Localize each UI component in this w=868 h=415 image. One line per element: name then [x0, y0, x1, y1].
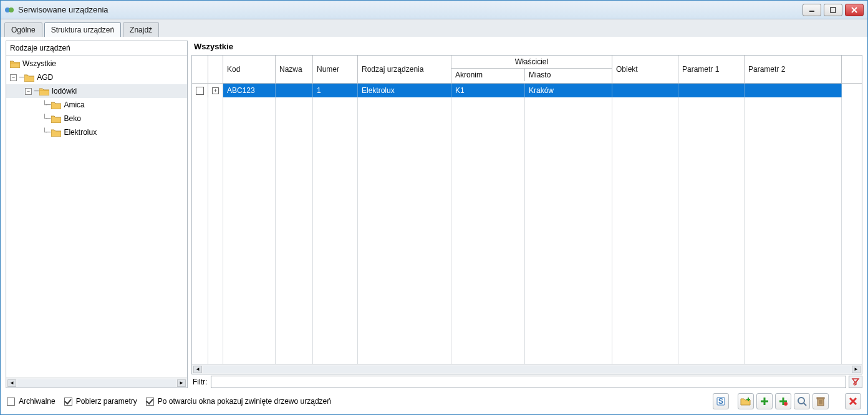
close-button[interactable] — [845, 4, 864, 16]
plus-red-icon — [778, 396, 788, 406]
action-button-group-center — [738, 393, 829, 409]
action-button-group-right — [845, 393, 861, 409]
checkbox-checked-icon — [64, 398, 72, 406]
tree-node-elektrolux[interactable]: └─ Elektrolux — [6, 125, 187, 139]
cell-par2 — [745, 84, 842, 97]
svg-line-17 — [804, 403, 806, 406]
filter-input[interactable] — [211, 376, 846, 388]
archive-checkbox[interactable]: Archiwalne — [7, 397, 55, 406]
tree-node-amica[interactable]: └─ Amica — [6, 98, 187, 112]
folder-icon — [51, 115, 61, 123]
grid-body[interactable]: + ABC123 1 Elektrolux K1 Kraków — [192, 84, 862, 364]
app-window: Serwisowane urządzenia Ogólne Struktura … — [0, 0, 868, 415]
scroll-right-icon[interactable]: ► — [852, 366, 861, 373]
tree-line-icon: └─ — [42, 128, 50, 137]
tree-node-all[interactable]: Wszystkie — [6, 57, 187, 71]
table-row[interactable]: + ABC123 1 Elektrolux K1 Kraków — [192, 84, 862, 97]
svg-point-16 — [798, 398, 804, 404]
funnel-clear-icon — [851, 378, 860, 386]
filter-row: Filtr: — [191, 376, 862, 388]
add-button[interactable] — [756, 393, 773, 409]
filter-label: Filtr: — [191, 378, 208, 386]
grid-section: Wszystkie Kod Nazwa Numer Rodzaj urządze… — [191, 41, 862, 388]
cell-nazwa — [276, 84, 313, 97]
folder-open-icon — [10, 60, 20, 68]
cell-kod: ABC123 — [223, 84, 276, 97]
plus-icon[interactable]: + — [212, 87, 219, 94]
column-owner[interactable]: Właściciel — [451, 56, 612, 69]
checkbox-icon[interactable] — [196, 87, 204, 95]
tree-line-icon: ─ — [19, 73, 23, 82]
tree-horizontal-scrollbar[interactable]: ◄ ► — [6, 378, 187, 388]
tab-device-structure[interactable]: Struktura urządzeń — [44, 22, 121, 37]
scroll-track[interactable] — [203, 366, 851, 373]
bottom-toolbar: Archiwalne Pobierz parametry Po otwarciu… — [6, 388, 862, 409]
column-numer[interactable]: Numer — [313, 56, 358, 83]
close-action-button[interactable] — [845, 393, 861, 409]
scroll-right-icon[interactable]: ► — [177, 379, 186, 387]
folder-plus-icon — [740, 396, 751, 406]
tree-collapse-icon[interactable]: − — [10, 74, 17, 81]
grid-heading: Wszystkie — [191, 41, 862, 55]
column-miasto[interactable]: Miasto — [525, 69, 612, 81]
svg-point-1 — [9, 7, 14, 12]
column-obiekt[interactable]: Obiekt — [612, 56, 678, 83]
svg-rect-3 — [831, 7, 836, 12]
view-button[interactable] — [794, 393, 810, 409]
tree-node-label: AGD — [37, 73, 53, 82]
x-red-icon — [849, 397, 857, 406]
column-nazwa[interactable]: Nazwa — [276, 56, 313, 83]
checkbox-checked-icon — [146, 398, 154, 406]
cell-akronim: K1 — [451, 84, 525, 97]
tab-general[interactable]: Ogólne — [4, 22, 42, 37]
tab-find[interactable]: Znajdź — [123, 22, 159, 37]
tree-node-label: Wszystkie — [22, 59, 56, 68]
tree-node-agd[interactable]: − ─ AGD — [6, 71, 187, 84]
tree-node-label: Amica — [64, 100, 84, 109]
collapsed-tree-checkbox[interactable]: Po otwarciu okna pokazuj zwinięte drzewo… — [146, 397, 331, 406]
column-kod[interactable]: Kod — [223, 56, 276, 83]
tree-line-icon: └─ — [42, 100, 50, 109]
folder-open-icon — [39, 87, 49, 95]
scroll-left-icon[interactable]: ◄ — [193, 366, 202, 373]
collapsed-tree-label: Po otwarciu okna pokazuj zwinięte drzewo… — [158, 397, 331, 406]
column-akronim[interactable]: Akronim — [451, 69, 525, 81]
tree-node-fridges[interactable]: − ─ lodówki — [6, 84, 187, 98]
folder-icon — [51, 129, 61, 137]
archive-label: Archiwalne — [19, 397, 55, 406]
column-group-owner: Właściciel Akronim Miasto — [451, 56, 612, 83]
trash-icon — [816, 396, 825, 406]
add-special-button[interactable] — [775, 393, 791, 409]
scroll-left-icon[interactable]: ◄ — [7, 379, 16, 387]
row-checkbox[interactable] — [192, 84, 208, 97]
tree-node-label: Beko — [64, 114, 80, 123]
column-parametr-2[interactable]: Parametr 2 — [745, 56, 842, 83]
window-title: Serwisowane urządzenia — [18, 5, 803, 14]
add-folder-button[interactable] — [738, 393, 754, 409]
row-expand[interactable]: + — [208, 84, 223, 97]
delete-button[interactable] — [813, 393, 829, 409]
tree-body[interactable]: Wszystkie − ─ AGD − ─ lodówki — [6, 56, 187, 378]
scroll-track[interactable] — [17, 379, 176, 387]
tree-line-icon: └─ — [42, 114, 50, 123]
fetch-params-label: Pobierz parametry — [76, 397, 137, 406]
cell-par1 — [678, 84, 745, 97]
maximize-button[interactable] — [824, 4, 842, 16]
column-checkbox[interactable] — [192, 56, 208, 83]
cell-miasto: Kraków — [525, 84, 612, 97]
folder-icon — [51, 101, 61, 109]
tree-collapse-icon[interactable]: − — [25, 88, 32, 95]
title-bar: Serwisowane urządzenia — [1, 1, 867, 19]
tree-node-label: lodówki — [52, 87, 77, 95]
grid-horizontal-scrollbar[interactable]: ◄ ► — [192, 364, 862, 374]
column-parametr-1[interactable]: Parametr 1 — [678, 56, 745, 83]
cell-rodzaj: Elektrolux — [358, 84, 451, 97]
column-expand[interactable] — [208, 56, 223, 83]
column-rodzaj[interactable]: Rodzaj urządzenia — [358, 56, 451, 83]
service-button[interactable]: S — [713, 393, 729, 409]
fetch-params-checkbox[interactable]: Pobierz parametry — [64, 397, 137, 406]
tree-node-beko[interactable]: └─ Beko — [6, 112, 187, 125]
content-area: Rodzaje urządzeń Wszystkie − ─ AGD − ─ — [1, 37, 867, 414]
minimize-button[interactable] — [803, 4, 821, 16]
filter-clear-button[interactable] — [849, 376, 862, 388]
